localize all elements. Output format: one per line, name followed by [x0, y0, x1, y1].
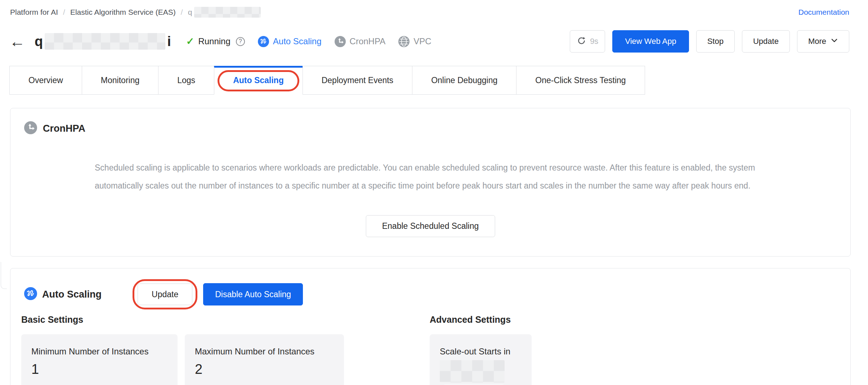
- cronhpa-panel-title: CronHPA: [43, 123, 85, 134]
- tab-one-click-stress-testing[interactable]: One-Click Stress Testing: [516, 66, 645, 95]
- annotation-ring: Update: [133, 279, 197, 309]
- tab-bar: Overview Monitoring Logs Auto Scaling De…: [9, 66, 645, 95]
- refresh-icon: [577, 36, 586, 47]
- redacted-service-name: [45, 33, 165, 50]
- more-button-label: More: [808, 37, 826, 46]
- breadcrumb-separator: /: [63, 8, 65, 17]
- auto-scaling-panel-title: Auto Scaling: [42, 289, 102, 300]
- header-actions: 9s View Web App Stop Update More: [570, 30, 849, 53]
- check-icon: ✓: [186, 36, 194, 47]
- tab-monitoring[interactable]: Monitoring: [82, 66, 158, 95]
- view-web-app-button[interactable]: View Web App: [612, 30, 689, 53]
- help-icon[interactable]: ?: [236, 37, 245, 46]
- enable-scheduled-scaling-button[interactable]: Enable Scheduled Scaling: [366, 215, 495, 237]
- basic-settings-title: Basic Settings: [21, 314, 344, 325]
- offscreen-panel-edge: [1, 262, 7, 289]
- cron-clock-icon: [24, 121, 37, 136]
- badge-vpc[interactable]: VPC: [398, 36, 431, 47]
- status-badge: ✓ Running ?: [186, 36, 245, 47]
- service-name: q i: [35, 33, 171, 50]
- cron-clock-icon: [335, 36, 346, 47]
- advanced-settings-cards: Scale-out Starts in: [430, 334, 532, 385]
- chevron-down-icon: [831, 37, 838, 46]
- badge-cronhpa-label: CronHPA: [350, 36, 386, 46]
- card-max-instances-value: 2: [195, 362, 334, 377]
- update-auto-scaling-button[interactable]: Update: [138, 284, 192, 305]
- tab-logs[interactable]: Logs: [158, 66, 214, 95]
- service-name-suffix: i: [167, 34, 171, 49]
- basic-settings-section: Basic Settings Minimum Number of Instanc…: [21, 314, 344, 385]
- stop-button[interactable]: Stop: [696, 30, 735, 53]
- disable-auto-scaling-button[interactable]: Disable Auto Scaling: [203, 283, 303, 305]
- update-service-button[interactable]: Update: [742, 30, 790, 53]
- auto-scaling-icon: [258, 36, 269, 47]
- service-header: ← q i ✓ Running ? Auto Scaling: [9, 30, 849, 53]
- breadcrumb-item-platform[interactable]: Platform for AI: [10, 8, 58, 17]
- documentation-link[interactable]: Documentation: [798, 8, 849, 17]
- badge-auto-scaling-label: Auto Scaling: [273, 36, 322, 46]
- badge-auto-scaling[interactable]: Auto Scaling: [258, 36, 322, 47]
- card-min-instances-label: Minimum Number of Instances: [31, 346, 167, 357]
- badge-vpc-label: VPC: [413, 36, 431, 46]
- refresh-interval: 9s: [590, 37, 598, 46]
- tab-deployment-events[interactable]: Deployment Events: [303, 66, 412, 95]
- globe-icon: [398, 36, 410, 47]
- card-min-instances: Minimum Number of Instances 1: [21, 334, 178, 385]
- card-scale-out-starts-in: Scale-out Starts in: [430, 334, 532, 385]
- auto-scaling-icon: [24, 287, 37, 302]
- cronhpa-panel: CronHPA Scheduled scaling is applicable …: [10, 108, 851, 257]
- auto-scaling-panel-header: Auto Scaling Update Disable Auto Scaling: [24, 279, 303, 309]
- badge-cronhpa[interactable]: CronHPA: [335, 36, 386, 47]
- tab-auto-scaling[interactable]: Auto Scaling: [214, 66, 303, 95]
- card-min-instances-value: 1: [31, 362, 167, 377]
- advanced-settings-section: Advanced Settings Scale-out Starts in: [430, 314, 532, 385]
- tab-auto-scaling-label: Auto Scaling: [233, 76, 284, 85]
- cronhpa-description: Scheduled scaling is applicable to scena…: [95, 159, 763, 195]
- redacted-breadcrumb-service-name: [194, 7, 261, 18]
- redacted-scale-out-value: [440, 360, 505, 382]
- service-name-prefix: q: [35, 34, 43, 49]
- breadcrumb-item-eas[interactable]: Elastic Algorithm Service (EAS): [70, 8, 176, 17]
- refresh-button[interactable]: 9s: [570, 30, 605, 53]
- cronhpa-panel-header: CronHPA: [24, 121, 85, 136]
- basic-settings-cards: Minimum Number of Instances 1 Maximum Nu…: [21, 334, 344, 385]
- status-label: Running: [198, 36, 230, 46]
- breadcrumb-item-service: q: [188, 7, 261, 18]
- card-max-instances-label: Maximum Number of Instances: [195, 346, 334, 357]
- app-root: Platform for AI / Elastic Algorithm Serv…: [0, 0, 868, 385]
- breadcrumb-separator: /: [181, 8, 183, 17]
- breadcrumb-service-prefix: q: [188, 8, 192, 17]
- tab-online-debugging[interactable]: Online Debugging: [412, 66, 516, 95]
- breadcrumb: Platform for AI / Elastic Algorithm Serv…: [10, 6, 849, 19]
- advanced-settings-title: Advanced Settings: [430, 314, 532, 325]
- more-button[interactable]: More: [797, 30, 849, 53]
- card-scale-out-label: Scale-out Starts in: [440, 346, 522, 357]
- back-arrow-icon[interactable]: ←: [9, 33, 25, 49]
- card-max-instances: Maximum Number of Instances 2: [185, 334, 344, 385]
- tab-overview[interactable]: Overview: [9, 66, 82, 95]
- auto-scaling-panel: Auto Scaling Update Disable Auto Scaling…: [10, 268, 851, 385]
